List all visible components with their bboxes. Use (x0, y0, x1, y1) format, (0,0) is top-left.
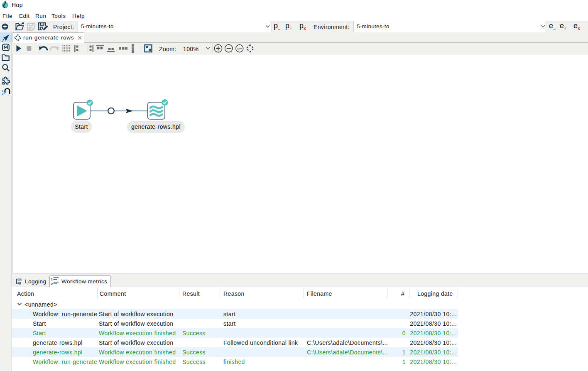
svg-text:100%: 100% (237, 47, 243, 50)
svg-text:1: 1 (51, 278, 53, 281)
svg-text:og: og (17, 281, 21, 285)
svg-text:2: 2 (51, 282, 53, 286)
